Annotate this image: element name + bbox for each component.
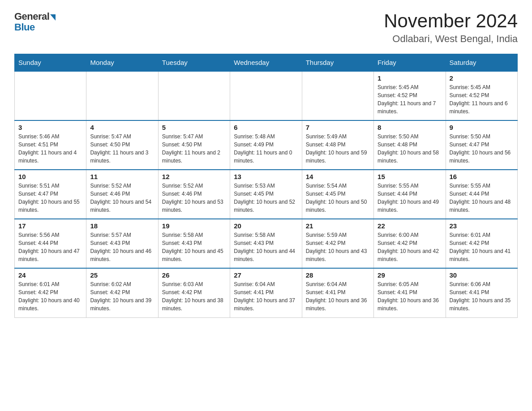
calendar-cell: 23Sunrise: 6:01 AMSunset: 4:42 PMDayligh…: [446, 219, 517, 268]
calendar-header-row: SundayMondayTuesdayWednesdayThursdayFrid…: [15, 54, 518, 72]
day-number: 10: [18, 173, 82, 180]
calendar-cell: 29Sunrise: 6:05 AMSunset: 4:41 PMDayligh…: [374, 268, 446, 317]
day-number: 4: [90, 124, 154, 131]
col-header-sunday: Sunday: [15, 54, 86, 72]
col-header-tuesday: Tuesday: [158, 54, 230, 72]
day-info: Sunrise: 5:56 AMSunset: 4:44 PMDaylight:…: [18, 231, 82, 263]
col-header-saturday: Saturday: [446, 54, 517, 72]
day-info: Sunrise: 5:47 AMSunset: 4:50 PMDaylight:…: [162, 133, 226, 165]
day-info: Sunrise: 5:51 AMSunset: 4:47 PMDaylight:…: [18, 182, 82, 214]
day-number: 13: [234, 173, 298, 180]
day-number: 27: [234, 271, 298, 279]
calendar-cell: 14Sunrise: 5:54 AMSunset: 4:45 PMDayligh…: [302, 170, 373, 219]
calendar-cell: [158, 71, 230, 120]
day-info: Sunrise: 5:53 AMSunset: 4:45 PMDaylight:…: [234, 182, 298, 214]
calendar-cell: [86, 71, 158, 120]
calendar-cell: 4Sunrise: 5:47 AMSunset: 4:50 PMDaylight…: [86, 120, 158, 170]
day-info: Sunrise: 5:45 AMSunset: 4:52 PMDaylight:…: [450, 83, 514, 116]
day-number: 24: [18, 271, 82, 279]
day-info: Sunrise: 5:47 AMSunset: 4:50 PMDaylight:…: [90, 133, 154, 165]
calendar-week-row: 10Sunrise: 5:51 AMSunset: 4:47 PMDayligh…: [15, 170, 518, 219]
calendar-cell: 2Sunrise: 5:45 AMSunset: 4:52 PMDaylight…: [446, 71, 517, 120]
day-info: Sunrise: 5:50 AMSunset: 4:47 PMDaylight:…: [450, 133, 514, 165]
day-number: 2: [450, 74, 514, 82]
day-number: 1: [378, 74, 442, 82]
day-number: 7: [306, 124, 370, 131]
month-title: November 2024: [384, 11, 518, 31]
calendar-cell: 5Sunrise: 5:47 AMSunset: 4:50 PMDaylight…: [158, 120, 230, 170]
day-info: Sunrise: 6:04 AMSunset: 4:41 PMDaylight:…: [234, 280, 298, 313]
calendar-cell: 26Sunrise: 6:03 AMSunset: 4:42 PMDayligh…: [158, 268, 230, 317]
title-section: November 2024 Odlabari, West Bengal, Ind…: [384, 11, 518, 45]
calendar-cell: 20Sunrise: 5:58 AMSunset: 4:43 PMDayligh…: [230, 219, 302, 268]
day-number: 16: [450, 173, 514, 180]
day-info: Sunrise: 5:59 AMSunset: 4:42 PMDaylight:…: [306, 231, 370, 263]
page-header: General Blue November 2024 Odlabari, Wes…: [14, 11, 518, 45]
logo-blue-text: Blue: [14, 21, 35, 33]
day-number: 3: [18, 124, 82, 131]
calendar-cell: 22Sunrise: 6:00 AMSunset: 4:42 PMDayligh…: [374, 219, 446, 268]
calendar-week-row: 3Sunrise: 5:46 AMSunset: 4:51 PMDaylight…: [15, 120, 518, 170]
day-info: Sunrise: 5:50 AMSunset: 4:48 PMDaylight:…: [378, 133, 442, 165]
calendar-cell: 7Sunrise: 5:49 AMSunset: 4:48 PMDaylight…: [302, 120, 373, 170]
day-info: Sunrise: 5:45 AMSunset: 4:52 PMDaylight:…: [378, 83, 442, 116]
col-header-thursday: Thursday: [302, 54, 373, 72]
day-number: 11: [90, 173, 154, 180]
day-number: 29: [378, 271, 442, 279]
day-info: Sunrise: 5:48 AMSunset: 4:49 PMDaylight:…: [234, 133, 298, 165]
day-number: 6: [234, 124, 298, 131]
day-info: Sunrise: 5:46 AMSunset: 4:51 PMDaylight:…: [18, 133, 82, 165]
day-number: 8: [378, 124, 442, 131]
calendar-table: SundayMondayTuesdayWednesdayThursdayFrid…: [14, 54, 518, 318]
calendar-cell: 15Sunrise: 5:55 AMSunset: 4:44 PMDayligh…: [374, 170, 446, 219]
calendar-cell: 3Sunrise: 5:46 AMSunset: 4:51 PMDaylight…: [15, 120, 86, 170]
calendar-cell: 12Sunrise: 5:52 AMSunset: 4:46 PMDayligh…: [158, 170, 230, 219]
day-info: Sunrise: 5:54 AMSunset: 4:45 PMDaylight:…: [306, 182, 370, 214]
calendar-cell: 1Sunrise: 5:45 AMSunset: 4:52 PMDaylight…: [374, 71, 446, 120]
calendar-cell: 21Sunrise: 5:59 AMSunset: 4:42 PMDayligh…: [302, 219, 373, 268]
calendar-cell: 27Sunrise: 6:04 AMSunset: 4:41 PMDayligh…: [230, 268, 302, 317]
calendar-week-row: 1Sunrise: 5:45 AMSunset: 4:52 PMDaylight…: [15, 71, 518, 120]
calendar-cell: 10Sunrise: 5:51 AMSunset: 4:47 PMDayligh…: [15, 170, 86, 219]
day-number: 25: [90, 271, 154, 279]
day-number: 14: [306, 173, 370, 180]
calendar-week-row: 17Sunrise: 5:56 AMSunset: 4:44 PMDayligh…: [15, 219, 518, 268]
calendar-cell: 9Sunrise: 5:50 AMSunset: 4:47 PMDaylight…: [446, 120, 517, 170]
day-info: Sunrise: 6:03 AMSunset: 4:42 PMDaylight:…: [162, 280, 226, 313]
calendar-cell: 16Sunrise: 5:55 AMSunset: 4:44 PMDayligh…: [446, 170, 517, 219]
col-header-monday: Monday: [86, 54, 158, 72]
day-info: Sunrise: 6:05 AMSunset: 4:41 PMDaylight:…: [378, 280, 442, 313]
day-info: Sunrise: 5:55 AMSunset: 4:44 PMDaylight:…: [378, 182, 442, 214]
calendar-cell: 25Sunrise: 6:02 AMSunset: 4:42 PMDayligh…: [86, 268, 158, 317]
calendar-week-row: 24Sunrise: 6:01 AMSunset: 4:42 PMDayligh…: [15, 268, 518, 317]
day-number: 17: [18, 222, 82, 230]
day-info: Sunrise: 6:00 AMSunset: 4:42 PMDaylight:…: [378, 231, 442, 263]
calendar-cell: 8Sunrise: 5:50 AMSunset: 4:48 PMDaylight…: [374, 120, 446, 170]
day-info: Sunrise: 6:06 AMSunset: 4:41 PMDaylight:…: [450, 280, 514, 313]
calendar-cell: [230, 71, 302, 120]
day-number: 20: [234, 222, 298, 230]
day-info: Sunrise: 6:01 AMSunset: 4:42 PMDaylight:…: [18, 280, 82, 313]
day-info: Sunrise: 5:49 AMSunset: 4:48 PMDaylight:…: [306, 133, 370, 165]
calendar-cell: 18Sunrise: 5:57 AMSunset: 4:43 PMDayligh…: [86, 219, 158, 268]
calendar-cell: 28Sunrise: 6:04 AMSunset: 4:41 PMDayligh…: [302, 268, 373, 317]
calendar-cell: 11Sunrise: 5:52 AMSunset: 4:46 PMDayligh…: [86, 170, 158, 219]
calendar-cell: 17Sunrise: 5:56 AMSunset: 4:44 PMDayligh…: [15, 219, 86, 268]
day-number: 9: [450, 124, 514, 131]
calendar-cell: 24Sunrise: 6:01 AMSunset: 4:42 PMDayligh…: [15, 268, 86, 317]
day-number: 30: [450, 271, 514, 279]
day-number: 26: [162, 271, 226, 279]
calendar-cell: [15, 71, 86, 120]
location-title: Odlabari, West Bengal, India: [384, 33, 518, 45]
day-info: Sunrise: 5:55 AMSunset: 4:44 PMDaylight:…: [450, 182, 514, 214]
day-info: Sunrise: 5:58 AMSunset: 4:43 PMDaylight:…: [234, 231, 298, 263]
day-number: 19: [162, 222, 226, 230]
day-info: Sunrise: 6:04 AMSunset: 4:41 PMDaylight:…: [306, 280, 370, 313]
day-info: Sunrise: 5:52 AMSunset: 4:46 PMDaylight:…: [90, 182, 154, 214]
day-info: Sunrise: 6:02 AMSunset: 4:42 PMDaylight:…: [90, 280, 154, 313]
logo: General Blue: [14, 11, 56, 33]
logo-arrow-icon: [50, 14, 56, 21]
calendar-cell: 13Sunrise: 5:53 AMSunset: 4:45 PMDayligh…: [230, 170, 302, 219]
day-info: Sunrise: 5:57 AMSunset: 4:43 PMDaylight:…: [90, 231, 154, 263]
day-number: 18: [90, 222, 154, 230]
